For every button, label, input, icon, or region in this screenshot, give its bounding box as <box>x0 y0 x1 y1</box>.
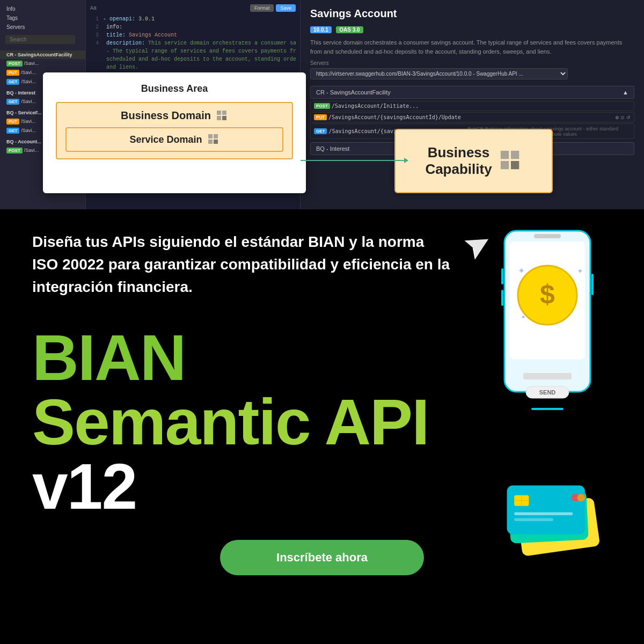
business-capability-text: BusinessCapability <box>425 144 492 178</box>
endpoint-path-post: /SavingsAccount/Initiate... <box>332 103 419 109</box>
sidebar-item-tags[interactable]: Tags <box>0 13 85 23</box>
svg-rect-36 <box>514 518 553 521</box>
svg-rect-25 <box>501 268 503 284</box>
svg-rect-8 <box>501 151 509 159</box>
sidebar-item-servers[interactable]: Servers <box>0 23 85 32</box>
svg-text:$: $ <box>540 279 555 309</box>
endpoint-row-post[interactable]: POST /SavingsAccount/Initiate... <box>310 101 634 111</box>
version-badge: 10.0.1 <box>310 26 332 33</box>
diagram-title: Business Area <box>56 83 293 94</box>
api-description: This service domain orchestrates a consu… <box>310 38 634 56</box>
api-title: Savings Account <box>310 8 634 20</box>
endpoint-section-label: CR - SavingsAccountFacility <box>316 89 391 96</box>
diagram-outer-label: Business Domain <box>65 109 283 122</box>
endpoint-section-header[interactable]: CR - SavingsAccountFacility ▲ <box>310 86 634 99</box>
diagram-inner-box: Service Domain <box>65 127 283 152</box>
diagram-overlay: Business Area Business Domain Service Do… <box>43 72 306 193</box>
svg-rect-31 <box>507 486 585 535</box>
endpoint-path-put: /SavingsAccount/{savingsAccountId}/Updat… <box>328 114 461 120</box>
editor-toolbar: Aa Format Save <box>90 4 296 12</box>
svg-text:✦: ✦ <box>518 266 525 275</box>
editor-save-btn[interactable]: Save <box>276 4 296 12</box>
svg-rect-26 <box>501 290 503 306</box>
svg-rect-35 <box>514 513 573 515</box>
svg-rect-7 <box>214 140 218 144</box>
svg-text:SEND: SEND <box>539 389 556 396</box>
phone-illustration: $ ✦ ✦ ✦ SEND <box>494 225 601 397</box>
servers-select[interactable]: https://virtserver.swaggerhub.com/BIAN-3… <box>310 68 568 79</box>
svg-rect-9 <box>511 151 519 159</box>
grid-icon-capability <box>500 150 522 172</box>
diagram-outer-box: Business Domain Service Domain <box>56 102 293 159</box>
svg-rect-3 <box>222 116 226 120</box>
cta-button[interactable]: Inscríbete ahora <box>220 540 424 575</box>
business-capability-box: BusinessCapability <box>394 129 553 193</box>
svg-rect-4 <box>208 134 213 138</box>
svg-rect-6 <box>208 140 213 144</box>
method-badge-post: POST <box>314 103 330 109</box>
svg-rect-2 <box>217 116 221 120</box>
svg-rect-28 <box>531 408 564 410</box>
grid-icon-inner <box>208 134 219 145</box>
endpoint-row-put[interactable]: PUT /SavingsAccount/{savingsAccountId}/U… <box>310 112 634 122</box>
svg-rect-0 <box>217 111 221 115</box>
grid-icon-outer <box>216 110 228 122</box>
method-badge-put: PUT <box>314 114 327 120</box>
svg-rect-1 <box>222 111 226 115</box>
editor-format-btn[interactable]: Format <box>250 4 274 12</box>
svg-text:✦: ✦ <box>521 313 526 321</box>
sidebar-post-1[interactable]: POST/Savi... <box>0 59 85 68</box>
svg-rect-16 <box>534 234 561 238</box>
svg-point-38 <box>577 494 585 502</box>
svg-rect-10 <box>501 161 509 169</box>
sidebar-section-cr[interactable]: CR - SavingsAccountFacility <box>0 50 85 59</box>
promo-tagline: Diseña tus APIs siguiendo el estándar BI… <box>32 231 451 298</box>
oas-badge: OAS 3.0 <box>336 26 363 33</box>
diagram-arrow-line <box>301 160 408 161</box>
svg-rect-27 <box>591 274 594 295</box>
servers-label: Servers <box>310 60 634 66</box>
card-illustration <box>504 483 612 558</box>
diagram-inner-label: Service Domain <box>74 134 275 145</box>
sidebar-search-input[interactable] <box>5 35 75 44</box>
method-badge-get: GET <box>314 128 327 134</box>
svg-text:✦: ✦ <box>577 267 583 275</box>
sidebar-item-info[interactable]: Info <box>0 4 85 13</box>
svg-rect-11 <box>511 161 519 169</box>
svg-rect-22 <box>523 373 572 379</box>
bq-section-label: BQ - Interest <box>316 145 349 152</box>
svg-rect-5 <box>214 134 218 138</box>
chevron-icon: ▲ <box>623 89 628 96</box>
